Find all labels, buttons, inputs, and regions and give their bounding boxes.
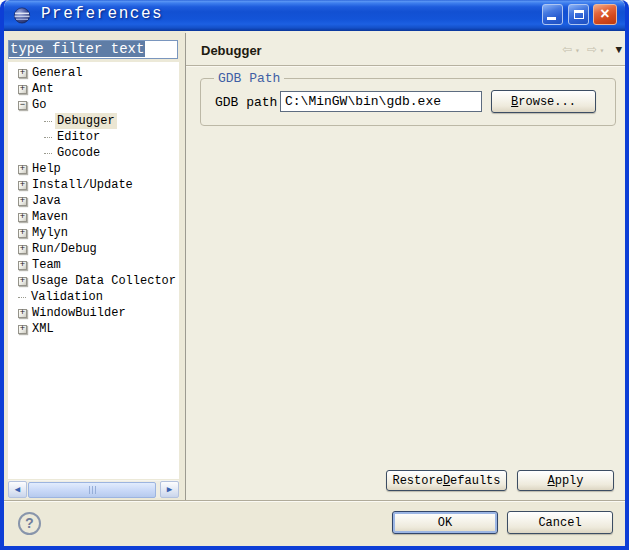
tree-item-label: Debugger (55, 113, 117, 129)
tree-item-usage-data-collector[interactable]: +Usage Data Collector (8, 273, 179, 289)
help-button[interactable]: ? (18, 512, 41, 535)
tree-item-label: Usage Data Collector (30, 273, 178, 289)
scrollbar-grip-icon (89, 486, 96, 494)
tree-item-label: WindowBuilder (30, 305, 128, 321)
tree-item-label: Java (30, 193, 63, 209)
expand-icon[interactable]: + (18, 277, 27, 286)
scroll-left-arrow-icon[interactable]: ◀ (8, 481, 27, 498)
tree-item-general[interactable]: +General (8, 65, 179, 81)
forward-icon[interactable]: ⇨ (587, 42, 597, 58)
minimize-button[interactable] (542, 4, 563, 25)
expand-icon[interactable]: + (18, 85, 27, 94)
scroll-right-arrow-icon[interactable]: ▶ (160, 481, 179, 498)
tree-item-mylyn[interactable]: +Mylyn (8, 225, 179, 241)
tree-item-validation[interactable]: Validation (8, 289, 179, 305)
expand-icon[interactable]: + (18, 213, 27, 222)
header-separator-highlight (186, 66, 625, 67)
tree-item-label: Editor (55, 129, 102, 145)
history-nav: ⇦ ▾ ⇨ ▾ ▼ (562, 42, 622, 58)
ok-button[interactable]: OK (392, 511, 498, 534)
cancel-button[interactable]: Cancel (507, 511, 613, 534)
eclipse-icon (13, 7, 31, 24)
filter-text: type filter text (9, 41, 145, 57)
tree-item-help[interactable]: +Help (8, 161, 179, 177)
back-icon[interactable]: ⇦ (562, 42, 572, 58)
tree-item-label: Gocode (55, 145, 102, 161)
tree-item-editor[interactable]: Editor (8, 129, 179, 145)
tree-connector (44, 153, 52, 154)
tree-item-xml[interactable]: +XML (8, 321, 179, 337)
preferences-dialog: Preferences × type filter text +General+… (0, 0, 629, 550)
maximize-icon (574, 10, 584, 19)
expand-icon[interactable]: + (18, 197, 27, 206)
forward-dropdown-icon[interactable]: ▾ (600, 46, 605, 55)
tree-item-label: XML (30, 321, 56, 337)
tree-connector (44, 137, 52, 138)
window-title: Preferences (41, 5, 163, 23)
tree-item-label: Team (30, 257, 63, 273)
tree-item-debugger[interactable]: Debugger (8, 113, 179, 129)
expand-icon[interactable]: + (18, 69, 27, 78)
tree-connector (44, 121, 52, 122)
tree-item-maven[interactable]: +Maven (8, 209, 179, 225)
expand-icon[interactable]: + (18, 261, 27, 270)
tree-item-gocode[interactable]: Gocode (8, 145, 179, 161)
filter-input[interactable]: type filter text (8, 40, 178, 59)
gdb-path-input[interactable] (280, 91, 482, 112)
tree-item-label: Mylyn (30, 225, 70, 241)
tree-item-install-update[interactable]: +Install/Update (8, 177, 179, 193)
page-title: Debugger (201, 43, 262, 58)
tree-horizontal-scrollbar[interactable]: ◀ ▶ (8, 480, 179, 498)
view-menu-icon[interactable]: ▼ (615, 44, 622, 56)
expand-icon[interactable]: + (18, 181, 27, 190)
tree-item-windowbuilder[interactable]: +WindowBuilder (8, 305, 179, 321)
tree-item-run-debug[interactable]: +Run/Debug (8, 241, 179, 257)
close-button[interactable]: × (593, 4, 617, 25)
tree-item-label: Install/Update (30, 177, 135, 193)
tree-item-label: General (30, 65, 84, 81)
tree-item-label: Help (30, 161, 63, 177)
preferences-tree: +General+Ant−GoDebuggerEditorGocode+Help… (8, 62, 179, 479)
collapse-icon[interactable]: − (18, 101, 27, 110)
expand-icon[interactable]: + (18, 325, 27, 334)
expand-icon[interactable]: + (18, 245, 27, 254)
gdb-path-group-title: GDB Path (214, 71, 284, 86)
tree-item-ant[interactable]: +Ant (8, 81, 179, 97)
browse-button[interactable]: Browse... (491, 90, 596, 113)
expand-icon[interactable]: + (18, 165, 27, 174)
minimize-icon (547, 17, 556, 20)
scrollbar-track[interactable] (28, 481, 159, 498)
restore-defaults-button[interactable]: Restore Defaults (386, 470, 507, 491)
close-icon: × (600, 5, 609, 22)
gdb-path-label: GDB path: (215, 95, 285, 110)
apply-button[interactable]: Apply (517, 470, 614, 491)
expand-icon[interactable]: + (18, 229, 27, 238)
tree-item-label: Validation (29, 289, 105, 305)
help-icon: ? (25, 516, 33, 532)
tree-item-label: Run/Debug (30, 241, 99, 257)
debugger-panel: Debugger ⇦ ▾ ⇨ ▾ ▼ GDB Path GDB path: Br… (186, 31, 625, 500)
back-dropdown-icon[interactable]: ▾ (575, 46, 580, 55)
maximize-button[interactable] (568, 4, 589, 25)
tree-item-java[interactable]: +Java (8, 193, 179, 209)
tree-connector (18, 297, 26, 298)
scrollbar-thumb[interactable] (28, 482, 156, 498)
tree-item-go[interactable]: −Go (8, 97, 179, 113)
expand-icon[interactable]: + (18, 309, 27, 318)
tree-item-label: Go (30, 97, 48, 113)
tree-item-label: Ant (30, 81, 56, 97)
titlebar[interactable]: Preferences × (4, 0, 625, 31)
tree-item-label: Maven (30, 209, 70, 225)
footer-separator-highlight (4, 501, 625, 502)
tree-item-team[interactable]: +Team (8, 257, 179, 273)
